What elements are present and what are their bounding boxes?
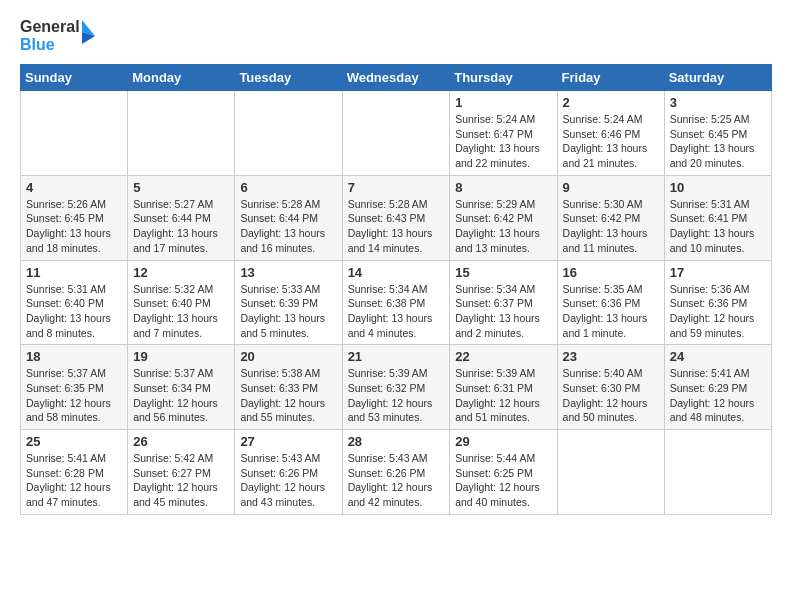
- day-detail: Sunrise: 5:39 AM Sunset: 6:31 PM Dayligh…: [455, 366, 551, 425]
- weekday-header-tuesday: Tuesday: [235, 65, 342, 91]
- calendar-cell: [21, 91, 128, 176]
- calendar-week-2: 4Sunrise: 5:26 AM Sunset: 6:45 PM Daylig…: [21, 175, 772, 260]
- day-number: 14: [348, 265, 445, 280]
- day-number: 28: [348, 434, 445, 449]
- calendar-header: SundayMondayTuesdayWednesdayThursdayFrid…: [21, 65, 772, 91]
- calendar-cell: 23Sunrise: 5:40 AM Sunset: 6:30 PM Dayli…: [557, 345, 664, 430]
- day-number: 23: [563, 349, 659, 364]
- calendar-cell: 12Sunrise: 5:32 AM Sunset: 6:40 PM Dayli…: [128, 260, 235, 345]
- day-detail: Sunrise: 5:24 AM Sunset: 6:47 PM Dayligh…: [455, 112, 551, 171]
- day-number: 17: [670, 265, 766, 280]
- day-number: 29: [455, 434, 551, 449]
- day-number: 25: [26, 434, 122, 449]
- calendar-cell: 28Sunrise: 5:43 AM Sunset: 6:26 PM Dayli…: [342, 430, 450, 515]
- day-number: 19: [133, 349, 229, 364]
- day-detail: Sunrise: 5:43 AM Sunset: 6:26 PM Dayligh…: [240, 451, 336, 510]
- day-detail: Sunrise: 5:43 AM Sunset: 6:26 PM Dayligh…: [348, 451, 445, 510]
- calendar-cell: 5Sunrise: 5:27 AM Sunset: 6:44 PM Daylig…: [128, 175, 235, 260]
- day-number: 26: [133, 434, 229, 449]
- day-detail: Sunrise: 5:35 AM Sunset: 6:36 PM Dayligh…: [563, 282, 659, 341]
- calendar-week-5: 25Sunrise: 5:41 AM Sunset: 6:28 PM Dayli…: [21, 430, 772, 515]
- calendar-cell: 27Sunrise: 5:43 AM Sunset: 6:26 PM Dayli…: [235, 430, 342, 515]
- day-detail: Sunrise: 5:44 AM Sunset: 6:25 PM Dayligh…: [455, 451, 551, 510]
- calendar-cell: [557, 430, 664, 515]
- day-detail: Sunrise: 5:41 AM Sunset: 6:28 PM Dayligh…: [26, 451, 122, 510]
- calendar-week-4: 18Sunrise: 5:37 AM Sunset: 6:35 PM Dayli…: [21, 345, 772, 430]
- calendar-cell: 8Sunrise: 5:29 AM Sunset: 6:42 PM Daylig…: [450, 175, 557, 260]
- day-detail: Sunrise: 5:34 AM Sunset: 6:37 PM Dayligh…: [455, 282, 551, 341]
- day-detail: Sunrise: 5:25 AM Sunset: 6:45 PM Dayligh…: [670, 112, 766, 171]
- day-number: 11: [26, 265, 122, 280]
- day-detail: Sunrise: 5:42 AM Sunset: 6:27 PM Dayligh…: [133, 451, 229, 510]
- calendar-cell: 15Sunrise: 5:34 AM Sunset: 6:37 PM Dayli…: [450, 260, 557, 345]
- calendar-cell: [128, 91, 235, 176]
- calendar-cell: 16Sunrise: 5:35 AM Sunset: 6:36 PM Dayli…: [557, 260, 664, 345]
- day-number: 2: [563, 95, 659, 110]
- day-number: 15: [455, 265, 551, 280]
- calendar-cell: [664, 430, 771, 515]
- day-number: 27: [240, 434, 336, 449]
- weekday-header-thursday: Thursday: [450, 65, 557, 91]
- day-number: 8: [455, 180, 551, 195]
- day-number: 9: [563, 180, 659, 195]
- day-detail: Sunrise: 5:36 AM Sunset: 6:36 PM Dayligh…: [670, 282, 766, 341]
- day-number: 13: [240, 265, 336, 280]
- logo-svg: GeneralBlue: [20, 16, 100, 56]
- day-number: 18: [26, 349, 122, 364]
- day-number: 16: [563, 265, 659, 280]
- calendar-cell: 25Sunrise: 5:41 AM Sunset: 6:28 PM Dayli…: [21, 430, 128, 515]
- calendar-cell: 2Sunrise: 5:24 AM Sunset: 6:46 PM Daylig…: [557, 91, 664, 176]
- day-detail: Sunrise: 5:24 AM Sunset: 6:46 PM Dayligh…: [563, 112, 659, 171]
- day-number: 7: [348, 180, 445, 195]
- day-detail: Sunrise: 5:27 AM Sunset: 6:44 PM Dayligh…: [133, 197, 229, 256]
- day-detail: Sunrise: 5:31 AM Sunset: 6:40 PM Dayligh…: [26, 282, 122, 341]
- calendar-body: 1Sunrise: 5:24 AM Sunset: 6:47 PM Daylig…: [21, 91, 772, 515]
- calendar-cell: 10Sunrise: 5:31 AM Sunset: 6:41 PM Dayli…: [664, 175, 771, 260]
- day-detail: Sunrise: 5:29 AM Sunset: 6:42 PM Dayligh…: [455, 197, 551, 256]
- calendar-cell: 1Sunrise: 5:24 AM Sunset: 6:47 PM Daylig…: [450, 91, 557, 176]
- calendar-cell: [235, 91, 342, 176]
- day-detail: Sunrise: 5:34 AM Sunset: 6:38 PM Dayligh…: [348, 282, 445, 341]
- day-detail: Sunrise: 5:37 AM Sunset: 6:35 PM Dayligh…: [26, 366, 122, 425]
- calendar-week-1: 1Sunrise: 5:24 AM Sunset: 6:47 PM Daylig…: [21, 91, 772, 176]
- calendar-cell: 9Sunrise: 5:30 AM Sunset: 6:42 PM Daylig…: [557, 175, 664, 260]
- day-number: 24: [670, 349, 766, 364]
- calendar-cell: 17Sunrise: 5:36 AM Sunset: 6:36 PM Dayli…: [664, 260, 771, 345]
- weekday-header-monday: Monday: [128, 65, 235, 91]
- calendar-cell: 19Sunrise: 5:37 AM Sunset: 6:34 PM Dayli…: [128, 345, 235, 430]
- day-number: 22: [455, 349, 551, 364]
- calendar-cell: 3Sunrise: 5:25 AM Sunset: 6:45 PM Daylig…: [664, 91, 771, 176]
- day-detail: Sunrise: 5:26 AM Sunset: 6:45 PM Dayligh…: [26, 197, 122, 256]
- calendar-cell: 26Sunrise: 5:42 AM Sunset: 6:27 PM Dayli…: [128, 430, 235, 515]
- day-number: 21: [348, 349, 445, 364]
- calendar-cell: 24Sunrise: 5:41 AM Sunset: 6:29 PM Dayli…: [664, 345, 771, 430]
- weekday-header-saturday: Saturday: [664, 65, 771, 91]
- day-detail: Sunrise: 5:31 AM Sunset: 6:41 PM Dayligh…: [670, 197, 766, 256]
- weekday-header-sunday: Sunday: [21, 65, 128, 91]
- day-number: 12: [133, 265, 229, 280]
- day-detail: Sunrise: 5:38 AM Sunset: 6:33 PM Dayligh…: [240, 366, 336, 425]
- day-detail: Sunrise: 5:28 AM Sunset: 6:43 PM Dayligh…: [348, 197, 445, 256]
- day-detail: Sunrise: 5:40 AM Sunset: 6:30 PM Dayligh…: [563, 366, 659, 425]
- day-number: 4: [26, 180, 122, 195]
- calendar-week-3: 11Sunrise: 5:31 AM Sunset: 6:40 PM Dayli…: [21, 260, 772, 345]
- logo: GeneralBlue: [20, 16, 100, 56]
- day-number: 20: [240, 349, 336, 364]
- calendar-cell: 13Sunrise: 5:33 AM Sunset: 6:39 PM Dayli…: [235, 260, 342, 345]
- calendar-cell: 6Sunrise: 5:28 AM Sunset: 6:44 PM Daylig…: [235, 175, 342, 260]
- calendar-table: SundayMondayTuesdayWednesdayThursdayFrid…: [20, 64, 772, 515]
- weekday-header-wednesday: Wednesday: [342, 65, 450, 91]
- day-detail: Sunrise: 5:30 AM Sunset: 6:42 PM Dayligh…: [563, 197, 659, 256]
- day-detail: Sunrise: 5:28 AM Sunset: 6:44 PM Dayligh…: [240, 197, 336, 256]
- day-number: 3: [670, 95, 766, 110]
- weekday-header-friday: Friday: [557, 65, 664, 91]
- calendar-cell: 21Sunrise: 5:39 AM Sunset: 6:32 PM Dayli…: [342, 345, 450, 430]
- day-detail: Sunrise: 5:39 AM Sunset: 6:32 PM Dayligh…: [348, 366, 445, 425]
- calendar-cell: 7Sunrise: 5:28 AM Sunset: 6:43 PM Daylig…: [342, 175, 450, 260]
- header: GeneralBlue: [20, 16, 772, 56]
- day-number: 6: [240, 180, 336, 195]
- calendar-cell: 20Sunrise: 5:38 AM Sunset: 6:33 PM Dayli…: [235, 345, 342, 430]
- day-detail: Sunrise: 5:37 AM Sunset: 6:34 PM Dayligh…: [133, 366, 229, 425]
- day-number: 1: [455, 95, 551, 110]
- calendar-cell: 14Sunrise: 5:34 AM Sunset: 6:38 PM Dayli…: [342, 260, 450, 345]
